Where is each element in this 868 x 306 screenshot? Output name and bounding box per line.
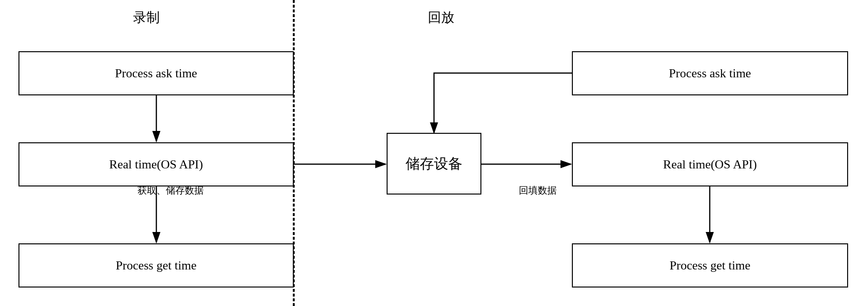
arrow-label-fill-back: 回填数据: [519, 184, 557, 197]
left-ask-box: Process ask time: [18, 51, 294, 95]
right-get-label: Process get time: [669, 259, 750, 273]
storage-label: 储存设备: [406, 154, 462, 174]
right-realtime-label: Real time(OS API): [663, 158, 757, 172]
right-realtime-box: Real time(OS API): [572, 142, 848, 186]
diagram-container: 录制 回放 Process ask time Real time(OS API)…: [0, 0, 868, 306]
left-ask-label: Process ask time: [115, 66, 197, 81]
right-ask-label: Process ask time: [669, 66, 751, 81]
left-get-box: Process get time: [18, 243, 294, 287]
left-realtime-label: Real time(OS API): [109, 158, 203, 172]
right-get-box: Process get time: [572, 243, 848, 287]
storage-box: 储存设备: [387, 133, 481, 195]
left-get-label: Process get time: [116, 259, 196, 273]
right-title: 回放: [428, 9, 454, 27]
left-title: 录制: [133, 9, 160, 27]
left-realtime-box: Real time(OS API): [18, 142, 294, 186]
arrow-label-get-store: 获取、储存数据: [137, 184, 204, 197]
right-ask-box: Process ask time: [572, 51, 848, 95]
